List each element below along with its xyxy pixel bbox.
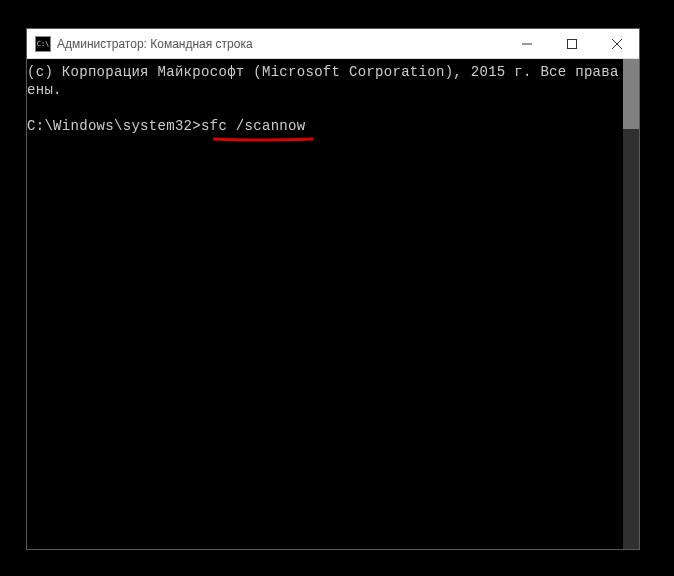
scrollbar[interactable]: [623, 59, 639, 549]
console-content: (с) Корпорация Майкрософт (Microsoft Cor…: [27, 59, 639, 135]
app-icon-text: C:\: [37, 40, 50, 48]
scrollbar-thumb[interactable]: [623, 59, 639, 129]
window-title: Администратор: Командная строка: [57, 37, 504, 51]
window-controls: [504, 29, 639, 58]
underline-icon: [213, 137, 313, 143]
console-prompt: C:\Windows\system32>: [27, 118, 201, 134]
app-icon: C:\: [35, 36, 51, 52]
close-icon: [612, 39, 622, 49]
maximize-button[interactable]: [549, 29, 594, 58]
close-button[interactable]: [594, 29, 639, 58]
console-line-copyright2: ены.: [27, 82, 62, 98]
svg-rect-1: [567, 39, 576, 48]
maximize-icon: [567, 39, 577, 49]
console-area[interactable]: (с) Корпорация Майкрософт (Microsoft Cor…: [27, 59, 639, 549]
titlebar[interactable]: C:\ Администратор: Командная строка: [27, 29, 639, 59]
console-line-copyright1: (с) Корпорация Майкрософт (Microsoft Cor…: [27, 64, 639, 80]
minimize-icon: [522, 39, 532, 49]
minimize-button[interactable]: [504, 29, 549, 58]
command-prompt-window: C:\ Администратор: Командная строка: [26, 28, 640, 550]
underline-annotation: [213, 129, 313, 135]
